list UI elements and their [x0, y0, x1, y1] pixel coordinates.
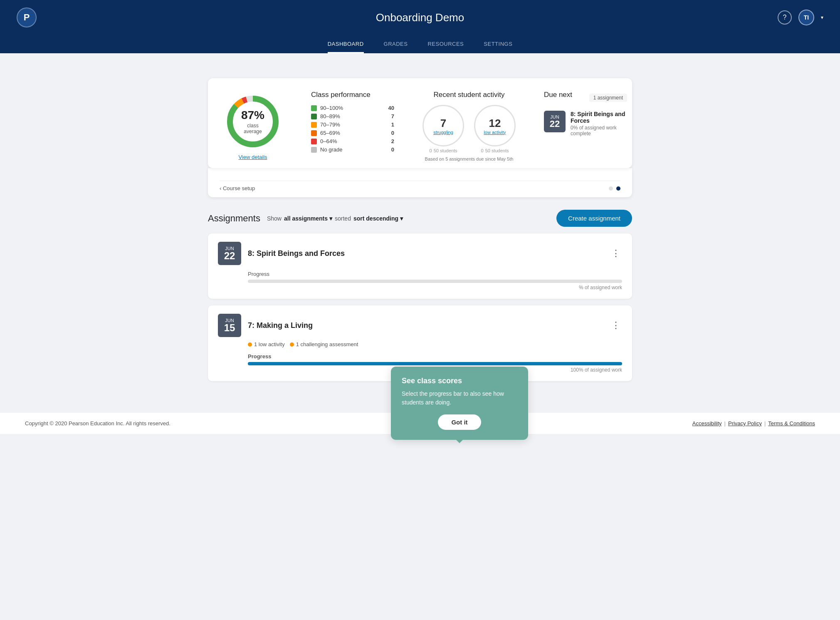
due-next-header: Due next 1 assignment [544, 91, 627, 105]
class-performance-section: Class performance 90–100% 40 80–89% 7 70… [311, 91, 394, 161]
struggling-range-end: 50 students [434, 148, 457, 153]
perf-count-5: 0 [386, 146, 394, 153]
due-day: 22 [550, 119, 560, 129]
progress-label-2: Progress [248, 353, 622, 360]
due-item: JUN 22 8: Spirit Beings and Forces 0% of… [544, 111, 627, 136]
nav-item-grades[interactable]: GRADES [384, 35, 408, 53]
perf-dot-1 [311, 114, 317, 119]
carousel-dots [609, 186, 620, 191]
recent-activity-section: Recent student activity 7 struggling 0 5… [419, 91, 519, 161]
privacy-policy-link[interactable]: Privacy Policy [728, 420, 762, 427]
class-performance-title: Class performance [311, 91, 394, 99]
sort-prefix: sorted [335, 215, 351, 222]
nav-item-settings[interactable]: SETTINGS [484, 35, 512, 53]
chevron-down-icon[interactable]: ▾ [821, 15, 823, 20]
help-button[interactable]: ? [778, 10, 792, 25]
perf-count-2: 1 [386, 122, 394, 128]
assignment-item-1: JUN 22 8: Spirit Beings and Forces ⋮ Pro… [208, 233, 632, 299]
more-options-button-1[interactable]: ⋮ [610, 246, 622, 260]
tag-dot-challenging [290, 342, 294, 347]
low-activity-circle-wrap: 12 low activity 0 50 students [474, 105, 516, 153]
donut-label: class average [238, 123, 267, 134]
low-activity-circle: 12 low activity [474, 105, 516, 146]
view-details-link[interactable]: View details [238, 154, 267, 160]
progress-text-1: % of assigned work [248, 285, 622, 290]
perf-range-2: 70–79% [320, 122, 340, 128]
accessibility-link[interactable]: Accessibility [692, 420, 722, 427]
carousel-dot-1[interactable] [609, 186, 613, 191]
progress-bar-track-1[interactable] [248, 280, 622, 283]
low-activity-range: 0 50 students [481, 148, 509, 153]
perf-range-5: No grade [320, 146, 342, 153]
terms-conditions-link[interactable]: Terms & Conditions [768, 420, 815, 427]
low-activity-count: 12 [489, 117, 501, 130]
perf-count-0: 40 [386, 105, 394, 111]
perf-row-2: 70–79% 1 [311, 122, 394, 128]
dashboard-card: 87% class average View details Class per… [208, 78, 632, 168]
filter-all-assignments-button[interactable]: all assignments ▾ [284, 215, 332, 222]
assign-tags-2: 1 low activity 1 challenging assessment [218, 341, 622, 347]
due-info: 8: Spirit Beings and Forces 0% of assign… [571, 111, 627, 136]
tag-challenging: 1 challenging assessment [290, 341, 358, 347]
nav-item-resources[interactable]: RESOURCES [427, 35, 464, 53]
recent-activity-title: Recent student activity [419, 91, 519, 99]
struggling-range-start: 0 [430, 148, 432, 153]
main-nav: DASHBOARD GRADES RESOURCES SETTINGS [328, 35, 513, 53]
low-activity-range-start: 0 [481, 148, 484, 153]
tag-dot-low [248, 342, 252, 347]
header: P Onboarding Demo ? TI ▾ DASHBOARD GRADE… [0, 0, 840, 53]
app-title: Onboarding Demo [376, 11, 464, 24]
perf-row-1: 80–89% 7 [311, 113, 394, 119]
logo: P [17, 7, 37, 27]
card-footer: ‹ Course setup [208, 168, 632, 197]
perf-dot-4 [311, 139, 317, 144]
struggling-range: 0 50 students [430, 148, 457, 153]
perf-count-3: 0 [386, 130, 394, 136]
activity-circles: 7 struggling 0 50 students 12 low activi… [419, 105, 519, 153]
due-item-progress: 0% of assigned work complete [571, 125, 627, 136]
assign-day-2: 15 [224, 323, 235, 333]
carousel-dot-2[interactable] [616, 186, 620, 191]
perf-row-5: No grade 0 [311, 146, 394, 153]
tooltip-title: See class scores [402, 377, 517, 385]
perf-dot-0 [311, 105, 317, 111]
tag-label-challenging: 1 challenging assessment [296, 341, 358, 347]
assignment-title-2: 7: Making a Living [248, 321, 603, 330]
struggling-circle: 7 struggling [422, 105, 464, 146]
nav-item-dashboard[interactable]: DASHBOARD [328, 35, 364, 53]
create-assignment-button[interactable]: Create assignment [556, 210, 632, 227]
donut-chart: 87% class average [224, 92, 282, 151]
struggling-link[interactable]: struggling [433, 130, 453, 135]
perf-row-3: 65–69% 0 [311, 130, 394, 136]
footer-links: Accessibility | Privacy Policy | Terms &… [692, 420, 815, 427]
perf-range-3: 65–69% [320, 130, 340, 136]
due-date-box: JUN 22 [544, 111, 566, 132]
donut-percentage: 87% [238, 109, 267, 122]
assign-date-box-1: JUN 22 [218, 242, 241, 265]
perf-row-4: 0–64% 2 [311, 138, 394, 144]
card-footer-inner: ‹ Course setup [220, 181, 620, 191]
assignments-title: Assignments [208, 213, 260, 224]
more-options-button-2[interactable]: ⋮ [610, 318, 622, 332]
sort-button[interactable]: sort descending ▾ [353, 215, 403, 222]
header-curve [0, 53, 840, 70]
perf-dot-3 [311, 130, 317, 136]
tooltip-description: Select the progress bar to also see how … [402, 389, 517, 407]
header-top: P Onboarding Demo ? TI ▾ [17, 0, 823, 35]
course-setup-link[interactable]: ‹ Course setup [220, 185, 255, 191]
footer-sep-2: | [764, 420, 766, 427]
filter-group: Show all assignments ▾ sorted sort desce… [267, 215, 403, 222]
progress-bar-track-2[interactable] [248, 362, 622, 365]
donut-center: 87% class average [238, 109, 267, 134]
low-activity-link[interactable]: low activity [484, 130, 506, 135]
footer-sep-1: | [724, 420, 726, 427]
activity-note: Based on 5 assignments due since May 5th [419, 156, 519, 161]
got-it-button[interactable]: Got it [438, 414, 481, 430]
tooltip-overlay: See class scores Select the progress bar… [391, 367, 528, 440]
avatar[interactable]: TI [798, 10, 814, 25]
perf-dot-2 [311, 122, 317, 128]
struggling-count: 7 [440, 117, 446, 130]
perf-count-4: 2 [386, 138, 394, 144]
progress-label-1: Progress [248, 271, 622, 277]
assign-day-1: 22 [224, 251, 235, 261]
